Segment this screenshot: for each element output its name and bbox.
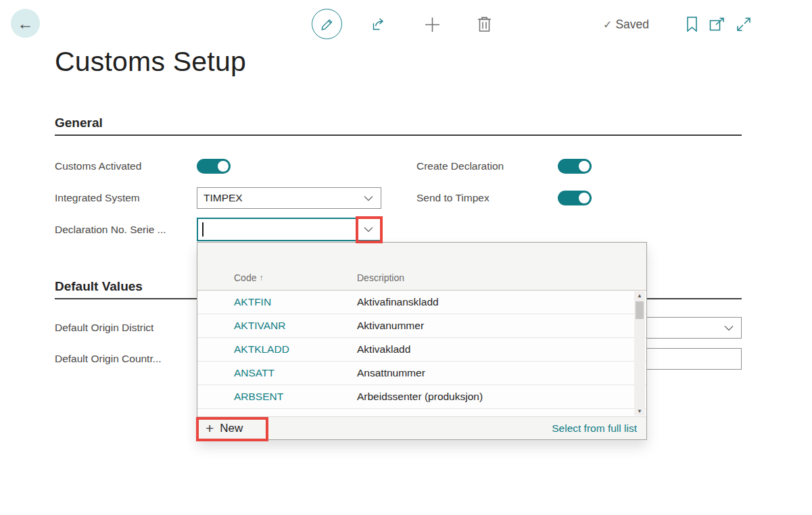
create-declaration-toggle[interactable] [558, 159, 592, 174]
save-status: ✓ Saved [603, 18, 649, 32]
lookup-scrollbar[interactable]: ▲ ▼ [634, 291, 645, 416]
code-link[interactable]: ANSATT [234, 367, 357, 379]
page-title: Customs Setup [55, 46, 246, 78]
lookup-row[interactable]: ARBSENT Arbeidssenter (produksjon) [197, 385, 646, 409]
popout-icon [709, 18, 726, 32]
chevron-down-icon [724, 325, 741, 331]
customs-activated-toggle[interactable] [197, 159, 231, 174]
dotted-leader [168, 359, 187, 360]
check-icon: ✓ [603, 18, 612, 31]
new-button-label: New [220, 422, 243, 435]
dotted-leader [510, 166, 548, 168]
column-header-code[interactable]: Code ↑ [234, 272, 357, 283]
plus-icon [424, 16, 441, 33]
description-cell: Aktivafinanskladd [357, 296, 439, 308]
text-caret [202, 222, 204, 237]
share-icon [371, 16, 387, 32]
description-cell: Ansattnummer [357, 367, 425, 379]
lookup-row[interactable]: ANSATT Ansattnummer [197, 362, 646, 385]
lookup-row[interactable]: AKTKLADD Aktivakladd [197, 338, 646, 362]
description-cell: Arbeidssenter (produksjon) [357, 391, 483, 403]
bookmark-icon [686, 16, 698, 32]
plus-icon: + [206, 421, 214, 435]
field-label-default-origin-district: Default Origin District [55, 317, 193, 339]
bookmark-button[interactable] [685, 16, 698, 33]
dotted-leader [160, 328, 187, 329]
declaration-dropdown-button[interactable] [357, 219, 380, 240]
dotted-leader [173, 230, 187, 231]
field-label-integrated-system: Integrated System [55, 187, 193, 209]
sort-ascending-icon: ↑ [259, 273, 263, 283]
lookup-row[interactable]: AKTFIN Aktivafinanskladd [197, 291, 646, 314]
customs-setup-page: ← [0, 0, 812, 515]
edit-mode-button[interactable] [312, 9, 342, 39]
lookup-footer: + New Select from full list [197, 416, 646, 439]
code-link[interactable]: AKTIVANR [234, 320, 357, 332]
chevron-down-icon [364, 195, 381, 201]
section-heading-general[interactable]: General [55, 116, 103, 130]
new-record-button[interactable] [423, 16, 441, 34]
expand-icon [736, 17, 751, 32]
select-from-full-list-link[interactable]: Select from full list [552, 422, 637, 435]
field-label-declaration-no-series: Declaration No. Serie ... [55, 218, 193, 241]
field-label-create-declaration: Create Declaration [416, 159, 553, 174]
scroll-up-icon[interactable]: ▲ [637, 291, 642, 300]
expand-button[interactable] [736, 16, 752, 32]
no-series-lookup-dropdown: Code ↑ Description AKTFIN Aktivafinanskl… [197, 242, 647, 440]
dotted-leader [148, 166, 187, 168]
field-label-default-origin-country: Default Origin Countr... [55, 348, 193, 370]
send-to-timpex-toggle[interactable] [558, 191, 592, 205]
section-heading-default-values[interactable]: Default Values [55, 279, 143, 294]
description-cell: Aktivakladd [357, 343, 410, 355]
back-button[interactable]: ← [11, 9, 40, 38]
integrated-system-select[interactable]: TIMPEX [197, 187, 381, 209]
column-header-description[interactable]: Description [357, 272, 404, 283]
declaration-no-series-input[interactable] [198, 219, 357, 240]
code-link[interactable]: ARBSENT [234, 391, 357, 403]
share-button[interactable] [369, 15, 388, 34]
trash-icon [477, 16, 492, 33]
declaration-no-series-field[interactable] [197, 218, 381, 241]
dotted-leader [496, 198, 548, 199]
lookup-row-list: AKTFIN Aktivafinanskladd AKTIVANR Aktiva… [197, 290, 646, 417]
code-link[interactable]: AKTFIN [234, 296, 357, 308]
open-in-new-window-button[interactable] [709, 17, 726, 32]
field-label-customs-activated: Customs Activated [55, 159, 193, 174]
pencil-icon [320, 18, 334, 31]
back-arrow-icon: ← [18, 16, 34, 32]
section-rule-general [55, 134, 742, 136]
scrollbar-thumb[interactable] [636, 301, 644, 319]
lookup-column-headers: Code ↑ Description [197, 265, 646, 290]
delete-button[interactable] [475, 15, 493, 34]
integrated-system-value: TIMPEX [197, 192, 364, 204]
new-button[interactable]: + New [206, 421, 243, 435]
save-status-label: Saved [615, 18, 649, 32]
code-link[interactable]: AKTKLADD [234, 343, 357, 355]
description-cell: Aktivanummer [357, 320, 424, 332]
scroll-down-icon[interactable]: ▼ [637, 407, 642, 416]
field-label-send-to-timpex: Send to Timpex [416, 191, 553, 205]
dotted-leader [147, 198, 187, 199]
lookup-row[interactable]: AKTIVANR Aktivanummer [197, 314, 646, 338]
